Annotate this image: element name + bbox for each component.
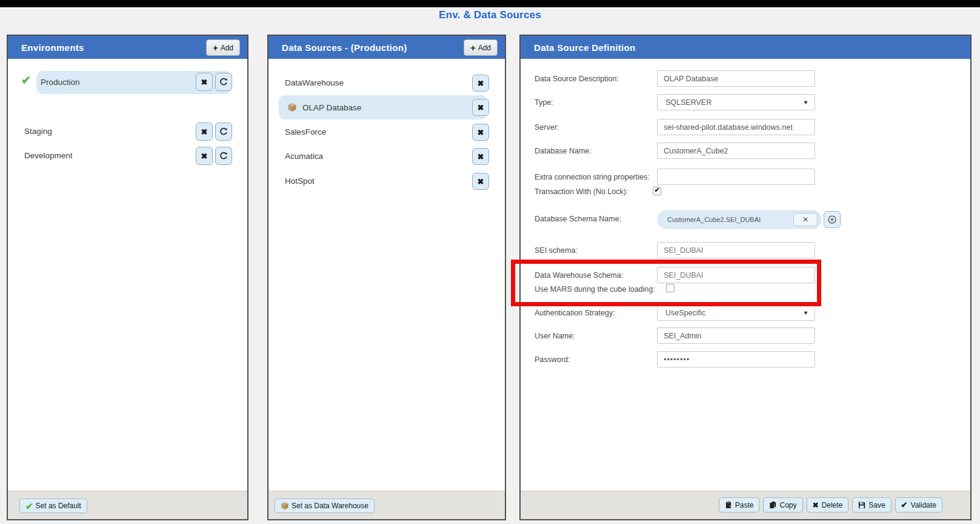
paste-clipboard-icon bbox=[725, 501, 732, 509]
data-source-name[interactable]: HotSpot bbox=[285, 176, 315, 186]
data-source-name[interactable]: OLAP Database bbox=[302, 103, 361, 112]
page-title: Env. & Data Sources bbox=[0, 9, 980, 21]
type-select-value: SQLSERVER bbox=[665, 98, 712, 107]
schema-name-label: Database Schema Name: bbox=[535, 215, 621, 223]
schema-tag-text: CustomerA_Cube2.SEI_DUBAI bbox=[667, 216, 793, 223]
checkmark-icon: ✔ bbox=[901, 501, 908, 509]
add-data-source-button[interactable]: + Add bbox=[464, 39, 498, 56]
default-environment-check-icon: ✔ bbox=[21, 75, 31, 86]
user-name-label: User Name: bbox=[535, 332, 575, 340]
circled-plus-icon bbox=[827, 215, 837, 224]
delete-data-source-button[interactable]: ✖ bbox=[472, 99, 489, 116]
copy-button-label: Copy bbox=[779, 501, 796, 509]
environments-panel: Environments + Add ✔ Production ✖ Stagin… bbox=[7, 35, 248, 520]
refresh-environment-button[interactable] bbox=[215, 123, 232, 141]
environments-panel-title: Environments bbox=[8, 42, 84, 53]
definition-panel-header: Data Source Definition bbox=[521, 36, 970, 59]
remove-schema-tag-button[interactable]: ✕ bbox=[793, 213, 818, 226]
use-mars-checkbox[interactable] bbox=[666, 284, 675, 292]
delete-environment-button[interactable]: ✖ bbox=[196, 123, 213, 141]
add-environment-button[interactable]: + Add bbox=[206, 39, 240, 56]
validate-button[interactable]: ✔ Validate bbox=[895, 497, 942, 512]
delete-data-source-button[interactable]: ✖ bbox=[472, 124, 489, 141]
data-warehouse-schema-input[interactable] bbox=[657, 267, 815, 283]
authentication-strategy-select[interactable]: UseSpecific ▼ bbox=[657, 304, 815, 321]
server-input[interactable] bbox=[657, 119, 815, 135]
top-bar bbox=[0, 0, 980, 7]
plus-icon: + bbox=[213, 43, 218, 52]
refresh-icon bbox=[219, 152, 228, 160]
data-sources-panel-header: Data Sources - (Production) + Add bbox=[268, 36, 505, 59]
definition-panel-title: Data Source Definition bbox=[521, 42, 635, 53]
data-source-definition-panel: Data Source Definition Data Source Descr… bbox=[519, 35, 972, 520]
extra-properties-input[interactable] bbox=[657, 169, 815, 185]
definition-form: Data Source Description: Type: SQLSERVER… bbox=[521, 59, 970, 491]
environments-panel-header: Environments + Add bbox=[8, 36, 247, 59]
chevron-down-icon: ▼ bbox=[803, 99, 808, 106]
transaction-nolock-checkbox[interactable]: ✔ bbox=[653, 187, 661, 195]
close-icon: ✖ bbox=[478, 104, 484, 112]
environments-list: ✔ Production ✖ Staging ✖ Development ✖ bbox=[8, 59, 247, 491]
database-name-input[interactable] bbox=[657, 143, 815, 159]
sei-schema-label: SEI schema: bbox=[535, 246, 578, 255]
set-as-default-label: Set as Default bbox=[36, 502, 81, 510]
data-sources-panel: Data Sources - (Production) + Add DataWa… bbox=[267, 35, 506, 520]
paste-button[interactable]: Paste bbox=[719, 497, 760, 512]
close-icon: ✖ bbox=[478, 129, 484, 136]
copy-button[interactable]: Copy bbox=[763, 497, 802, 512]
add-schema-button[interactable] bbox=[824, 211, 841, 228]
refresh-environment-button[interactable] bbox=[215, 147, 232, 165]
delete-data-source-button[interactable]: ✖ bbox=[472, 148, 489, 165]
data-sources-panel-title: Data Sources - (Production) bbox=[268, 42, 407, 53]
set-as-data-warehouse-label: Set as Data Warehouse bbox=[292, 502, 368, 510]
server-label: Server: bbox=[535, 123, 559, 132]
close-icon: ✖ bbox=[201, 152, 208, 160]
close-icon: ✖ bbox=[478, 79, 484, 87]
data-source-name[interactable]: DataWarehouse bbox=[285, 78, 344, 87]
delete-button-label: Delete bbox=[822, 501, 843, 509]
close-icon: ✕ bbox=[802, 215, 808, 224]
chevron-down-icon: ▼ bbox=[803, 310, 808, 316]
delete-data-source-button[interactable]: ✖ bbox=[472, 75, 489, 92]
save-button[interactable]: Save bbox=[852, 497, 891, 512]
refresh-environment-button[interactable] bbox=[215, 73, 232, 91]
paste-button-label: Paste bbox=[735, 501, 754, 509]
close-icon: ✖ bbox=[478, 153, 484, 161]
schema-tag: CustomerA_Cube2.SEI_DUBAI ✕ bbox=[658, 210, 821, 229]
copy-icon bbox=[769, 501, 776, 509]
refresh-icon bbox=[219, 127, 228, 136]
environment-name[interactable]: Staging bbox=[24, 127, 52, 136]
extra-properties-label: Extra connection string properties: bbox=[535, 173, 650, 181]
close-icon: ✖ bbox=[201, 128, 208, 136]
data-sources-list: DataWarehouse ✖ OLAP Database ✖ SalesFor… bbox=[268, 59, 505, 491]
validate-button-label: Validate bbox=[911, 501, 936, 509]
environment-name[interactable]: Production bbox=[41, 78, 80, 87]
delete-data-source-button[interactable]: ✖ bbox=[472, 173, 489, 190]
close-icon: ✖ bbox=[478, 178, 484, 186]
delete-environment-button[interactable]: ✖ bbox=[196, 73, 213, 91]
transaction-nolock-label: Transaction With (No Lock): bbox=[535, 187, 628, 196]
definition-panel-footer: Paste Copy ✖ Delete Save bbox=[521, 491, 970, 519]
delete-button[interactable]: ✖ Delete bbox=[807, 497, 849, 512]
use-mars-label: Use MARS during the cube loading: bbox=[535, 285, 655, 294]
password-label: Password: bbox=[535, 355, 570, 364]
close-icon: ✖ bbox=[813, 502, 819, 509]
type-select[interactable]: SQLSERVER ▼ bbox=[657, 94, 815, 110]
user-name-input[interactable] bbox=[657, 328, 815, 344]
sei-schema-input[interactable] bbox=[657, 242, 815, 258]
green-check-icon: ✔ bbox=[25, 502, 33, 511]
environments-panel-footer: ✔ Set as Default bbox=[8, 491, 247, 519]
data-source-name[interactable]: SalesForce bbox=[285, 127, 326, 136]
set-as-data-warehouse-button[interactable]: Set as Data Warehouse bbox=[275, 499, 375, 513]
data-warehouse-schema-label: Data Warehouse Schema: bbox=[535, 271, 623, 280]
set-as-default-button[interactable]: ✔ Set as Default bbox=[19, 499, 87, 513]
password-input[interactable] bbox=[657, 351, 815, 368]
database-name-label: Database Name: bbox=[535, 147, 592, 155]
data-source-name[interactable]: Acumatica bbox=[285, 152, 323, 161]
close-icon: ✖ bbox=[201, 78, 208, 86]
definition-action-buttons: Paste Copy ✖ Delete Save bbox=[719, 497, 942, 512]
checkmark-icon: ✔ bbox=[654, 187, 659, 193]
environment-name[interactable]: Development bbox=[24, 151, 73, 160]
delete-environment-button[interactable]: ✖ bbox=[196, 147, 213, 165]
description-input[interactable] bbox=[657, 70, 815, 87]
